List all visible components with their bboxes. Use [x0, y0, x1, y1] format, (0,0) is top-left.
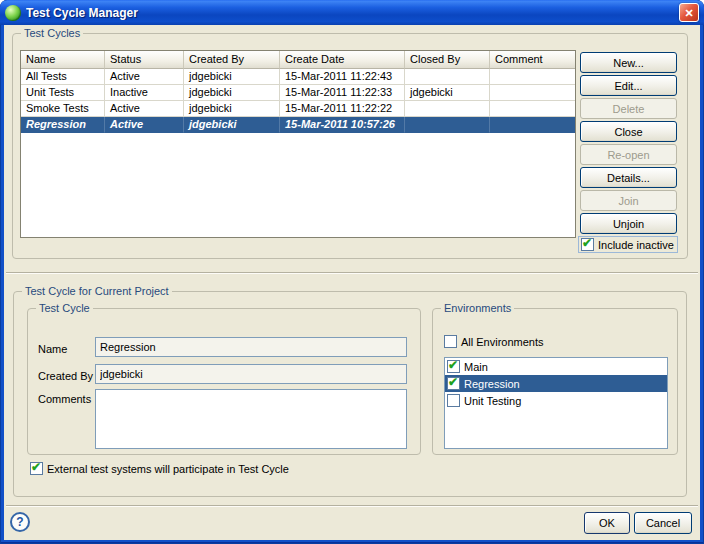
- checkbox-icon: [447, 360, 460, 373]
- cell-comment: [490, 69, 575, 85]
- column-header-create-date[interactable]: Create Date: [280, 51, 405, 69]
- column-header-closed-by[interactable]: Closed By: [405, 51, 490, 69]
- cell-created-by: jdgebicki: [184, 117, 280, 133]
- app-icon: [5, 5, 21, 21]
- separator: [6, 505, 698, 507]
- created-by-label: Created By: [38, 370, 93, 382]
- table-body: All Tests Active jdgebicki 15-Mar-2011 1…: [21, 69, 575, 237]
- cell-name: Regression: [21, 117, 105, 133]
- cell-closed-by: [405, 117, 490, 133]
- cell-created-by: jdgebicki: [184, 69, 280, 85]
- created-by-field[interactable]: [95, 364, 407, 384]
- comments-field[interactable]: [95, 389, 407, 449]
- test-cycles-table: Name Status Created By Create Date Close…: [20, 50, 576, 238]
- env-item-regression[interactable]: Regression: [445, 375, 667, 392]
- env-item-label: Unit Testing: [464, 395, 521, 407]
- cell-closed-by: [405, 101, 490, 117]
- cell-create-date: 15-Mar-2011 10:57:26: [280, 117, 405, 133]
- environments-group-title: Environments: [441, 302, 514, 314]
- cell-status: Active: [105, 101, 184, 117]
- checkbox-icon: [444, 335, 457, 348]
- comments-label: Comments: [38, 393, 91, 405]
- cell-created-by: jdgebicki: [184, 85, 280, 101]
- details-button[interactable]: Details...: [580, 167, 677, 188]
- cell-closed-by: jdgebicki: [405, 85, 490, 101]
- checkbox-icon: [30, 462, 43, 475]
- cell-comment: [490, 101, 575, 117]
- cell-closed-by: [405, 69, 490, 85]
- titlebar[interactable]: Test Cycle Manager ✕: [0, 0, 704, 25]
- delete-button[interactable]: Delete: [580, 98, 677, 119]
- include-inactive-checkbox[interactable]: Include inactive: [578, 236, 678, 253]
- table-row[interactable]: Smoke Tests Active jdgebicki 15-Mar-2011…: [21, 101, 575, 117]
- include-inactive-label: Include inactive: [598, 239, 674, 251]
- env-item-label: Main: [464, 361, 488, 373]
- column-header-status[interactable]: Status: [105, 51, 184, 69]
- table-row[interactable]: Unit Tests Inactive jdgebicki 15-Mar-201…: [21, 85, 575, 101]
- all-environments-checkbox[interactable]: All Environments: [444, 335, 544, 348]
- environments-list: Main Regression Unit Testing: [444, 357, 668, 449]
- all-environments-label: All Environments: [461, 336, 544, 348]
- test-cycles-group-title: Test Cycles: [21, 27, 83, 39]
- new-button[interactable]: New...: [580, 52, 677, 73]
- cell-created-by: jdgebicki: [184, 101, 280, 117]
- env-item-unit-testing[interactable]: Unit Testing: [445, 392, 667, 409]
- cell-name: Unit Tests: [21, 85, 105, 101]
- edit-button[interactable]: Edit...: [580, 75, 677, 96]
- cell-comment: [490, 85, 575, 101]
- name-label: Name: [38, 343, 67, 355]
- cell-comment: [490, 117, 575, 133]
- cell-name: Smoke Tests: [21, 101, 105, 117]
- current-project-group-title: Test Cycle for Current Project: [22, 285, 172, 297]
- cell-status: Active: [105, 69, 184, 85]
- cell-status: Inactive: [105, 85, 184, 101]
- help-icon: ?: [16, 515, 23, 529]
- ok-button[interactable]: OK: [584, 512, 630, 534]
- join-button[interactable]: Join: [580, 190, 677, 211]
- checkbox-icon: [447, 377, 460, 390]
- column-header-name[interactable]: Name: [21, 51, 105, 69]
- env-item-label: Regression: [464, 378, 520, 390]
- external-systems-label: External test systems will participate i…: [47, 463, 289, 475]
- checkbox-icon: [447, 394, 460, 407]
- table-header-row: Name Status Created By Create Date Close…: [21, 51, 575, 69]
- help-button[interactable]: ?: [10, 512, 30, 532]
- window-title: Test Cycle Manager: [26, 6, 679, 20]
- cancel-button[interactable]: Cancel: [634, 512, 692, 534]
- test-cycle-subgroup-title: Test Cycle: [36, 302, 93, 314]
- dialog-body: Test Cycles Name Status Created By Creat…: [4, 25, 700, 540]
- close-cycle-button[interactable]: Close: [580, 121, 677, 142]
- cell-name: All Tests: [21, 69, 105, 85]
- checkbox-icon: [581, 238, 594, 251]
- cell-create-date: 15-Mar-2011 11:22:22: [280, 101, 405, 117]
- name-field[interactable]: [95, 337, 407, 357]
- separator: [6, 272, 698, 274]
- cell-create-date: 15-Mar-2011 11:22:43: [280, 69, 405, 85]
- column-header-comment[interactable]: Comment: [490, 51, 575, 69]
- close-icon: ✕: [684, 7, 693, 19]
- cell-status: Active: [105, 117, 184, 133]
- table-row[interactable]: Regression Active jdgebicki 15-Mar-2011 …: [21, 117, 575, 133]
- cell-create-date: 15-Mar-2011 11:22:33: [280, 85, 405, 101]
- external-systems-checkbox[interactable]: External test systems will participate i…: [30, 462, 289, 475]
- column-header-created-by[interactable]: Created By: [184, 51, 280, 69]
- close-button[interactable]: ✕: [679, 3, 699, 22]
- table-row[interactable]: All Tests Active jdgebicki 15-Mar-2011 1…: [21, 69, 575, 85]
- env-item-main[interactable]: Main: [445, 358, 667, 375]
- reopen-button[interactable]: Re-open: [580, 144, 677, 165]
- unjoin-button[interactable]: Unjoin: [580, 213, 677, 234]
- test-cycle-manager-window: Test Cycle Manager ✕ Test Cycles Name St…: [0, 0, 704, 544]
